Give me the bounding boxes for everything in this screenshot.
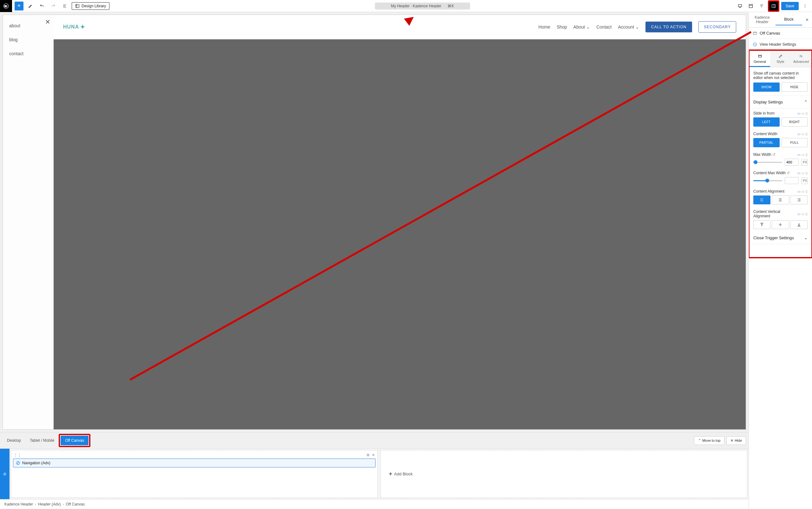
nav-link[interactable]: Contact (596, 25, 611, 30)
device-icons[interactable]: ▭▭▯ (798, 153, 808, 157)
tab-tablet-mobile[interactable]: Tablet / Mobile (25, 436, 59, 445)
settings-filter-icon[interactable] (757, 2, 766, 10)
device-icons[interactable]: ▭▭▯ (798, 212, 808, 216)
redo-icon[interactable] (49, 2, 58, 10)
tab-block[interactable]: Block (776, 14, 802, 25)
nav-link[interactable]: Account ⌄ (618, 25, 639, 30)
valign-top-button[interactable] (753, 220, 771, 229)
desktop-view-icon[interactable] (736, 2, 744, 10)
tab-offcanvas[interactable]: Off Canvas (61, 436, 89, 445)
title-bar: My Header · Kadence Header ⌘K (112, 3, 733, 9)
design-library-button[interactable]: Design Library (72, 2, 109, 10)
svg-rect-12 (758, 55, 761, 58)
svg-rect-10 (753, 32, 757, 34)
reset-icon: ↺ (787, 171, 790, 175)
nav-items: Home Shop About ⌄ Contact Account ⌄ (538, 25, 639, 30)
content-max-width-slider[interactable] (753, 180, 782, 181)
breadcrumb-item[interactable]: Kadence Header (4, 502, 33, 506)
plus-icon: + (389, 471, 392, 477)
block-cell[interactable]: ⋮⋮ ⚙ ✕ Navigation (Adv) (11, 450, 378, 498)
device-tabs: Desktop Tablet / Mobile Off Canvas ⌃Move… (0, 432, 748, 448)
content-width-label: Content Width (753, 132, 777, 136)
tab-desktop[interactable]: Desktop (3, 436, 25, 445)
unit-label[interactable]: PX (801, 177, 808, 184)
offcanvas-item[interactable]: contact (3, 47, 54, 61)
add-block-button[interactable]: + (14, 2, 24, 10)
move-to-top-button[interactable]: ⌃Move to top (694, 436, 725, 445)
breadcrumb-item[interactable]: Off Canvas (66, 502, 85, 506)
nav-link[interactable]: About ⌄ (573, 25, 590, 30)
device-icons[interactable]: ▭▭▯ (798, 132, 808, 136)
settings-tab-general[interactable]: General (749, 51, 770, 67)
max-width-input[interactable] (785, 159, 799, 166)
block-builder-area: ⋮⋮ ⚙ ✕ Navigation (Adv) + Add Block (0, 448, 748, 499)
chevron-down-icon: ⌄ (635, 25, 639, 30)
offcanvas-item[interactable]: blog (3, 33, 54, 47)
block-cell-empty[interactable]: + Add Block (380, 450, 747, 498)
tab-kadence-header[interactable]: Kadence Header (749, 12, 776, 27)
cta-primary-button[interactable]: CALL TO ACTION (645, 22, 692, 32)
show-button[interactable]: SHOW (753, 82, 780, 92)
width-partial-button[interactable]: PARTIAL (753, 138, 780, 147)
offcanvas-tab-highlight: Off Canvas (59, 434, 91, 447)
shortcut-hint: ⌘K (448, 4, 454, 8)
cta-secondary-button[interactable]: SECONDARY (699, 21, 736, 33)
settings-tab-advanced[interactable]: Advanced (791, 51, 811, 67)
svg-rect-3 (749, 4, 752, 8)
close-icon[interactable]: ✕ (372, 453, 375, 457)
device-icons[interactable]: ▭▭▯ (798, 190, 808, 193)
hide-panel-button[interactable]: ✕Hide (727, 436, 746, 445)
view-header-settings-button[interactable]: View Header Settings (749, 39, 812, 50)
drag-handle-icon[interactable]: ⋮⋮ (14, 453, 21, 457)
svg-point-6 (805, 6, 805, 6)
valign-middle-button[interactable] (772, 220, 789, 229)
content-max-width-input[interactable] (785, 177, 799, 184)
gear-icon[interactable]: ⚙ (366, 453, 370, 457)
settings-panel-highlight: General Style Advanced Show off canvas c… (748, 49, 812, 258)
slide-right-button[interactable]: RIGHT (782, 117, 808, 127)
save-button[interactable]: Save (781, 2, 799, 10)
width-full-button[interactable]: FULL (782, 138, 808, 147)
undo-icon[interactable] (37, 2, 46, 10)
edit-icon[interactable] (26, 2, 35, 10)
align-left-button[interactable] (753, 196, 771, 204)
valign-bottom-button[interactable] (790, 220, 808, 229)
display-settings-header[interactable]: Display Settings ⌃ (749, 96, 811, 108)
svg-point-5 (805, 4, 805, 5)
sidebar-toggle-highlight (768, 0, 779, 12)
show-content-label: Show off canvas content in editor when n… (753, 71, 808, 80)
max-width-slider[interactable] (753, 162, 782, 163)
device-icons[interactable]: ▭▭▯ (798, 112, 808, 115)
content-alignment-label: Content Alignment (753, 189, 784, 194)
device-icons[interactable]: ▭▭▯ (798, 171, 808, 175)
list-view-icon[interactable] (60, 2, 69, 10)
hide-button[interactable]: HIDE (782, 82, 808, 92)
visual-builder-icon[interactable] (746, 2, 755, 10)
unit-label[interactable]: PX (801, 159, 808, 166)
block-strip-settings[interactable] (0, 449, 9, 499)
block-type-indicator: Off Canvas (749, 28, 812, 39)
close-icon: ✕ (731, 439, 733, 443)
slide-left-button[interactable]: LEFT (753, 117, 780, 127)
svg-rect-1 (76, 4, 79, 8)
add-block-button[interactable]: + Add Block (383, 464, 419, 484)
navigation-adv-block[interactable]: Navigation (Adv) (13, 459, 376, 468)
settings-tab-style[interactable]: Style (770, 51, 791, 67)
nav-link[interactable]: Shop (557, 25, 567, 30)
close-icon[interactable]: ✕ (45, 18, 50, 26)
breadcrumb-item[interactable]: Header (Adv) (38, 502, 61, 506)
nav-link[interactable]: Home (538, 25, 550, 30)
close-trigger-header[interactable]: Close Trigger Settings ⌄ (749, 232, 811, 244)
sidebar-toggle-button[interactable] (769, 2, 778, 10)
align-right-button[interactable] (790, 196, 808, 204)
chevron-down-icon: ⌄ (804, 235, 808, 240)
reset-icon: ↺ (772, 152, 776, 157)
wordpress-logo[interactable] (0, 0, 12, 12)
align-center-button[interactable] (772, 196, 789, 204)
design-library-label: Design Library (81, 4, 106, 8)
more-options-icon[interactable] (801, 2, 809, 10)
document-title[interactable]: My Header · Kadence Header ⌘K (375, 3, 470, 9)
close-sidebar-icon[interactable]: ✕ (802, 15, 812, 24)
max-width-label: Max Width ↺ (753, 152, 776, 157)
chevron-down-icon: ⌄ (586, 25, 590, 30)
